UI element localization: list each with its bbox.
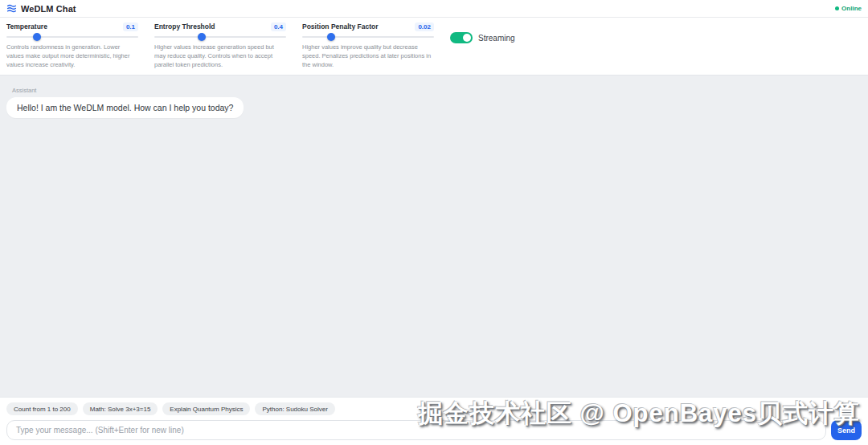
message-role-label: Assistant [12, 87, 857, 94]
position-penalty-slider-group: Position Penalty Factor 0.02 Higher valu… [302, 22, 434, 70]
app-title: WeDLM Chat [21, 4, 76, 14]
position-penalty-slider[interactable] [302, 32, 434, 42]
streaming-toggle[interactable] [450, 32, 473, 43]
slider-track [154, 36, 286, 38]
toggle-knob [463, 34, 471, 42]
entropy-threshold-label: Entropy Threshold [154, 22, 215, 31]
position-penalty-description: Higher values improve quality but decrea… [302, 43, 434, 70]
slider-track [302, 36, 434, 38]
streaming-toggle-group: Streaming [450, 32, 515, 43]
chat-area: Assistant Hello! I am the WeDLM model. H… [0, 76, 868, 397]
suggestion-chip-sudoku[interactable]: Python: Sudoku Solver [255, 402, 334, 415]
position-penalty-label: Position Penalty Factor [302, 22, 378, 31]
status-badge: Online [835, 5, 862, 12]
temperature-description: Controls randomness in generation. Lower… [6, 43, 138, 70]
temperature-slider-group: Temperature 0.1 Controls randomness in g… [6, 22, 138, 70]
entropy-threshold-value-badge: 0.4 [271, 22, 286, 31]
controls-bar: Temperature 0.1 Controls randomness in g… [0, 18, 868, 76]
status-text: Online [841, 5, 862, 12]
send-button[interactable]: Send [831, 420, 862, 440]
streaming-toggle-label: Streaming [478, 34, 515, 43]
entropy-threshold-slider[interactable] [154, 32, 286, 42]
composer: Count from 1 to 200 Math: Solve 3x+3=15 … [0, 397, 868, 445]
position-penalty-value-badge: 0.02 [415, 22, 434, 31]
online-dot-icon [835, 6, 839, 10]
temperature-label: Temperature [6, 22, 47, 31]
app-header: WeDLM Chat Online [0, 0, 868, 18]
entropy-threshold-slider-group: Entropy Threshold 0.4 Higher values incr… [154, 22, 286, 70]
entropy-threshold-slider-thumb[interactable] [198, 33, 206, 41]
input-row: Send [6, 420, 862, 440]
app-logo-icon [6, 3, 17, 14]
slider-track [6, 36, 138, 38]
temperature-value-badge: 0.1 [123, 22, 138, 31]
suggestion-chips-row: Count from 1 to 200 Math: Solve 3x+3=15 … [6, 402, 862, 415]
message-input[interactable] [6, 420, 826, 440]
position-penalty-slider-thumb[interactable] [327, 33, 335, 41]
temperature-slider[interactable] [6, 32, 138, 42]
message-bubble: Hello! I am the WeDLM model. How can I h… [6, 97, 244, 118]
temperature-slider-thumb[interactable] [33, 33, 41, 41]
suggestion-chip-count[interactable]: Count from 1 to 200 [6, 402, 78, 415]
assistant-message: Assistant Hello! I am the WeDLM model. H… [11, 87, 857, 118]
entropy-threshold-description: Higher values increase generation speed … [154, 43, 286, 70]
suggestion-chip-math[interactable]: Math: Solve 3x+3=15 [83, 402, 158, 415]
suggestion-chip-quantum[interactable]: Explain Quantum Physics [162, 402, 250, 415]
